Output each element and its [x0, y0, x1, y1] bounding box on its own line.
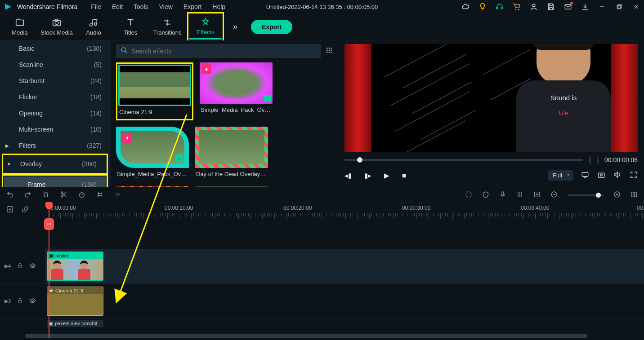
- timeline-scrollbar[interactable]: [25, 334, 587, 338]
- visibility-icon[interactable]: [29, 297, 36, 305]
- menu-edit[interactable]: Edit: [112, 3, 123, 10]
- sidebar-item-multiscreen[interactable]: Multi-screen(10): [0, 121, 111, 137]
- voiceover-icon[interactable]: [499, 191, 506, 199]
- video-clip-pexels[interactable]: ▣pexels-alex-conchil: [47, 320, 103, 327]
- fullscreen-icon[interactable]: [630, 171, 638, 180]
- menu-help[interactable]: Help: [212, 3, 225, 10]
- tab-effects[interactable]: Effects: [189, 14, 222, 40]
- sidebar-item-basic[interactable]: Basic(130): [0, 40, 111, 57]
- track-add-icon[interactable]: [6, 206, 13, 214]
- next-frame-button[interactable]: ▮▸: [364, 172, 371, 180]
- window-close-icon[interactable]: [632, 3, 640, 11]
- sidebar-item-filters[interactable]: ▶Filters(327): [0, 137, 111, 154]
- snapshot-icon[interactable]: [597, 171, 605, 180]
- window-minimize-icon[interactable]: [598, 3, 606, 11]
- tabs-overflow-icon[interactable]: »: [233, 22, 237, 31]
- message-icon[interactable]: [564, 3, 572, 11]
- lock-icon[interactable]: [17, 298, 23, 305]
- audio-adjust-icon[interactable]: [114, 191, 121, 199]
- effects-panel: Cinema 21:9 ♦ ↓ Simple_Media_Pack_Ove… ♦…: [111, 40, 338, 187]
- link-icon[interactable]: [22, 206, 29, 214]
- display-settings-icon[interactable]: [581, 171, 589, 180]
- svg-line-10: [125, 51, 127, 53]
- video-clip-smile2[interactable]: ▣smile2: [47, 252, 103, 281]
- effect-thumbnail: [195, 186, 268, 187]
- export-button[interactable]: Export: [251, 20, 292, 34]
- chevron-right-icon: ▶: [5, 143, 9, 148]
- grid-view-icon[interactable]: [326, 47, 333, 56]
- effect-card-cinema-219[interactable]: Cinema 21:9: [118, 65, 191, 118]
- volume-icon[interactable]: [613, 171, 622, 180]
- tab-stock-media[interactable]: Stock Media: [40, 15, 73, 39]
- svg-rect-12: [329, 48, 330, 49]
- user-icon[interactable]: [530, 3, 538, 11]
- lightbulb-icon[interactable]: [479, 3, 487, 11]
- menu-file[interactable]: File: [91, 3, 101, 10]
- timeline-toolbar: [0, 187, 644, 203]
- menu-tools[interactable]: Tools: [134, 3, 148, 10]
- timeline-ruler-row: ✂ 0:00:00:00 00:00:10:00 00:00:20:00 00:…: [0, 203, 644, 221]
- preview-quality-select[interactable]: Full: [548, 170, 573, 181]
- search-effects-input[interactable]: [116, 44, 321, 58]
- effect-card-partial-2[interactable]: [195, 186, 268, 187]
- zoom-in-icon[interactable]: [613, 191, 621, 199]
- lock-icon[interactable]: [17, 263, 23, 270]
- visibility-icon[interactable]: [29, 262, 36, 270]
- frame-border-left: [344, 44, 371, 152]
- tab-audio-label: Audio: [86, 29, 101, 36]
- timeline-tracks: ▶4 ▣smile2 ▶3 ★Cinema 21:9: [0, 221, 644, 340]
- sidebar-item-starburst[interactable]: Starburst(24): [0, 73, 111, 89]
- window-maximize-icon[interactable]: [615, 3, 623, 11]
- sidebar-item-scanline[interactable]: Scanline(5): [0, 57, 111, 73]
- menu-export[interactable]: Export: [183, 3, 201, 10]
- undo-icon[interactable]: [6, 191, 13, 199]
- sidebar-item-overlay[interactable]: ▼Overlay(360): [4, 156, 106, 172]
- mark-out-icon[interactable]: }: [597, 156, 599, 164]
- download-icon[interactable]: [581, 3, 589, 11]
- playhead[interactable]: ✂: [49, 203, 49, 338]
- keyframe-icon[interactable]: [533, 191, 541, 199]
- effect-card-simple-media-2[interactable]: ♦ ↓ Simple_Media_Pack_Ove…: [116, 127, 189, 180]
- stop-button[interactable]: ■: [402, 172, 406, 179]
- menu-view[interactable]: View: [159, 3, 173, 10]
- play-button[interactable]: ▶: [384, 172, 389, 180]
- audio-mixer-icon[interactable]: [516, 191, 523, 199]
- mark-in-icon[interactable]: {: [589, 156, 591, 164]
- redo-icon[interactable]: [24, 191, 31, 199]
- tab-audio[interactable]: Audio: [77, 15, 110, 39]
- timeline-ruler[interactable]: ✂ 0:00:00:00 00:00:10:00 00:00:20:00 00:…: [45, 203, 644, 221]
- effect-card-simple-media-1[interactable]: ♦ ↓ Simple_Media_Pack_Ove…: [200, 62, 273, 120]
- folder-icon: [15, 18, 25, 27]
- tab-titles[interactable]: Titles: [114, 15, 147, 39]
- zoom-slider[interactable]: [568, 194, 604, 196]
- effect-card-day-of-dead[interactable]: Day of the Dead Overlay …: [195, 127, 268, 180]
- marker-icon[interactable]: [482, 191, 489, 199]
- cart-icon[interactable]: [513, 3, 521, 11]
- cloud-icon[interactable]: [461, 3, 470, 11]
- save-icon[interactable]: [547, 3, 555, 11]
- svg-rect-14: [326, 49, 328, 51]
- zoom-fit-icon[interactable]: [631, 191, 638, 199]
- svg-rect-4: [617, 5, 621, 9]
- download-badge-icon: ↓: [264, 95, 271, 102]
- render-icon[interactable]: [465, 191, 472, 199]
- preview-seek-slider[interactable]: [344, 159, 583, 161]
- zoom-out-icon[interactable]: [550, 191, 558, 199]
- prev-frame-button[interactable]: ◂▮: [344, 172, 352, 180]
- delete-icon[interactable]: [42, 191, 49, 199]
- tab-media[interactable]: Media: [4, 15, 36, 39]
- split-icon[interactable]: [60, 191, 67, 199]
- tab-transitions[interactable]: Transitions: [151, 15, 183, 39]
- speed-icon[interactable]: [78, 191, 85, 199]
- effect-clip-cinema-219[interactable]: ★Cinema 21:9: [47, 287, 103, 316]
- svg-rect-20: [582, 172, 588, 177]
- sidebar-item-flicker[interactable]: Flicker(18): [0, 89, 111, 105]
- headset-icon[interactable]: [496, 3, 504, 11]
- chevron-down-icon: ▼: [7, 162, 11, 167]
- crop-icon[interactable]: [96, 191, 103, 199]
- playhead-split-icon[interactable]: ✂: [44, 218, 54, 230]
- sidebar-item-opening[interactable]: Opening(14): [0, 105, 111, 121]
- sidebar-item-frame[interactable]: Frame(134): [4, 177, 106, 187]
- effect-thumbnail: [118, 65, 191, 106]
- effect-card-partial[interactable]: [116, 186, 189, 187]
